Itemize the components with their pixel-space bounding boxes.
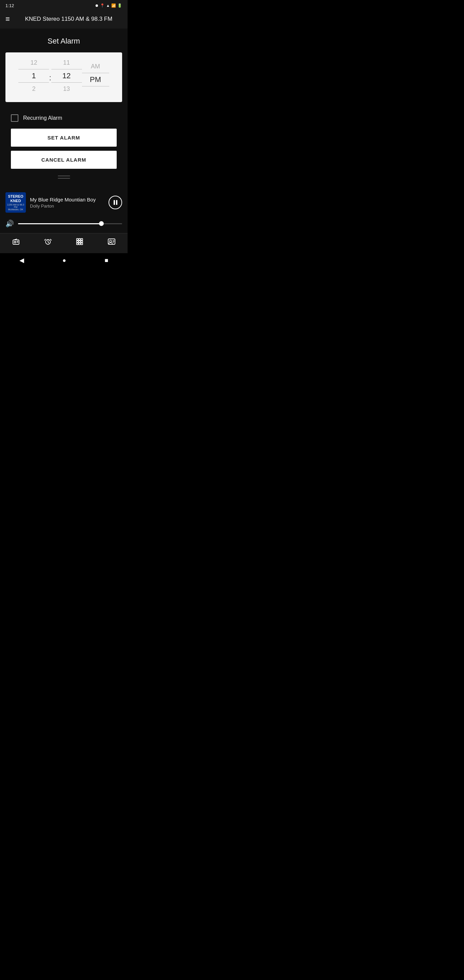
- recurring-checkbox[interactable]: [11, 115, 18, 122]
- minute-column[interactable]: 11 12 13: [51, 56, 82, 95]
- now-playing-info: My Blue Ridge Mountian Boy Dolly Parton: [30, 196, 105, 209]
- sys-nav: ◀ ● ■: [0, 253, 127, 269]
- bottom-nav: [0, 233, 127, 253]
- minute-below: 13: [51, 83, 82, 95]
- station-logo-text: STEREOKNED: [8, 194, 23, 202]
- contact-icon: [108, 237, 116, 248]
- nav-item-alarm[interactable]: [32, 236, 64, 249]
- svg-rect-5: [79, 239, 81, 240]
- time-picker: 12 1 2 : 11 12 13 AM PM: [5, 52, 122, 102]
- minute-above: 11: [51, 56, 82, 69]
- svg-rect-9: [81, 241, 83, 243]
- home-button[interactable]: ●: [63, 257, 66, 264]
- nav-item-keypad[interactable]: [64, 236, 96, 249]
- pause-button[interactable]: [108, 196, 122, 209]
- toolbar-title: KNED Stereo 1150 AM & 98.3 FM: [15, 16, 122, 22]
- artist-name: Dolly Parton: [30, 204, 105, 208]
- time-picker-inner: 12 1 2 : 11 12 13 AM PM: [11, 56, 117, 95]
- cancel-alarm-button[interactable]: CANCEL ALARM: [11, 151, 117, 169]
- status-time: 1:12: [5, 3, 14, 8]
- wifi-icon: ▲: [106, 3, 110, 8]
- alarm-icon: [44, 237, 52, 248]
- hour-selected: 1: [18, 69, 49, 83]
- pause-bar-left: [114, 200, 115, 205]
- divider-line-2: [58, 178, 70, 179]
- hour-column[interactable]: 12 1 2: [18, 56, 49, 95]
- svg-rect-10: [76, 243, 78, 245]
- svg-rect-11: [79, 243, 81, 245]
- svg-point-14: [110, 240, 111, 242]
- station-logo: STEREOKNED 1150 AM & 98.3 FMMcAlester, O…: [5, 192, 26, 213]
- svg-rect-8: [79, 241, 81, 243]
- recurring-label: Recurring Alarm: [23, 115, 62, 121]
- location-icon: 📍: [100, 3, 105, 8]
- period-column[interactable]: AM PM: [82, 60, 109, 92]
- set-alarm-button[interactable]: SET ALARM: [11, 129, 117, 147]
- svg-rect-7: [76, 241, 78, 243]
- divider-lines: [58, 176, 70, 179]
- svg-point-0: [14, 241, 16, 243]
- battery-icon: 🔋: [118, 3, 122, 8]
- main-content: Set Alarm 12 1 2 : 11 12 13 AM PM: [0, 29, 127, 188]
- svg-rect-4: [76, 239, 78, 240]
- volume-slider-thumb[interactable]: [99, 221, 104, 226]
- period-below: [82, 86, 109, 92]
- volume-icon: 🔊: [5, 220, 14, 228]
- volume-row: 🔊: [0, 217, 127, 233]
- hour-below: 2: [18, 83, 49, 95]
- song-title: My Blue Ridge Mountian Boy: [30, 196, 105, 203]
- volume-slider[interactable]: [18, 223, 122, 224]
- divider-line-1: [58, 176, 70, 176]
- minute-selected: 12: [51, 69, 82, 83]
- page-title: Set Alarm: [5, 37, 122, 46]
- back-button[interactable]: ◀: [19, 256, 24, 264]
- radio-icon: [12, 237, 20, 248]
- keypad-icon: [76, 237, 84, 248]
- station-logo-sub: 1150 AM & 98.3 FMMcAlester, OK: [5, 204, 26, 211]
- pause-bar-right: [116, 200, 118, 205]
- period-selected: PM: [82, 73, 109, 86]
- svg-rect-12: [81, 243, 83, 245]
- divider: [5, 169, 122, 183]
- period-above: AM: [82, 60, 109, 73]
- recurring-row[interactable]: Recurring Alarm: [5, 110, 122, 129]
- svg-rect-6: [81, 239, 83, 240]
- hour-above: 12: [18, 56, 49, 69]
- status-bar: 1:12 ⏺ 📍 ▲ 📶 🔋: [0, 0, 127, 10]
- nav-item-contact[interactable]: [95, 236, 127, 249]
- volume-slider-fill: [18, 223, 102, 224]
- status-icons: ⏺ 📍 ▲ 📶 🔋: [95, 3, 122, 8]
- nav-item-radio[interactable]: [0, 236, 32, 249]
- record-icon: ⏺: [95, 3, 99, 8]
- pause-icon: [114, 200, 118, 205]
- recents-button[interactable]: ■: [105, 257, 108, 264]
- toolbar: ≡ KNED Stereo 1150 AM & 98.3 FM: [0, 10, 127, 29]
- menu-icon[interactable]: ≡: [5, 15, 10, 23]
- signal-icon: 📶: [111, 3, 116, 8]
- now-playing: STEREOKNED 1150 AM & 98.3 FMMcAlester, O…: [0, 188, 127, 217]
